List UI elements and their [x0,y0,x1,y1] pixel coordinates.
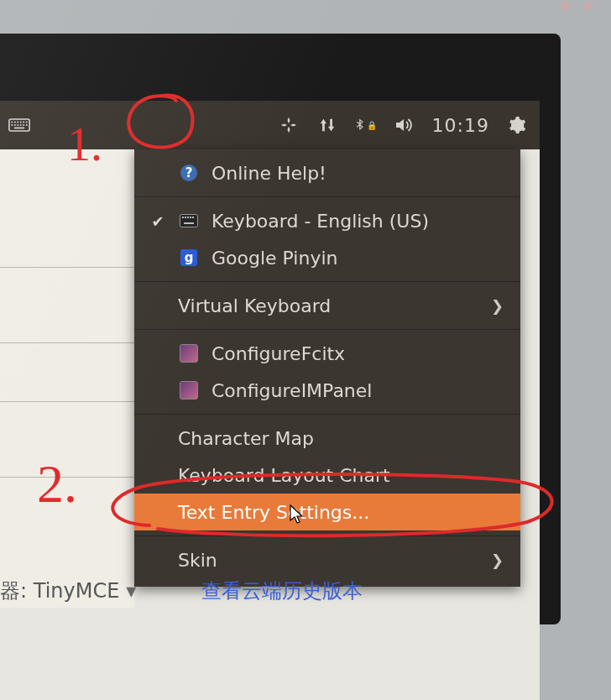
svg-rect-17 [187,217,189,218]
bluetooth-lock-icon: 🔒 [367,121,377,130]
menu-separator [134,281,520,282]
settings-gear-icon[interactable] [506,114,528,136]
menu-label: ConfigureIMPanel [212,380,504,401]
menu-item-keyboard-layout-chart[interactable]: Keyboard Layout Chart [134,457,520,494]
menu-label: Text Entry Settings... [178,502,504,523]
editor-label: 器: TinyMCE ▾ [0,577,136,604]
svg-rect-20 [184,222,194,224]
dropdown-caret-icon[interactable]: ▾ [126,579,136,603]
svg-rect-2 [14,122,16,123]
svg-rect-16 [185,217,186,218]
svg-rect-8 [14,124,16,126]
cloud-history-link[interactable]: 查看云端历史版本 [201,577,363,604]
svg-rect-19 [192,217,194,218]
menu-separator [134,414,520,415]
menu-item-keyboard-english[interactable]: ✔ Keyboard - English (US) [134,202,520,239]
help-icon: ? [178,162,200,184]
svg-rect-4 [20,122,22,123]
menu-item-text-entry-settings[interactable]: Text Entry Settings... [134,494,520,530]
svg-rect-10 [20,124,22,126]
menu-item-configure-impanel[interactable]: ConfigureIMPanel [134,372,520,409]
system-top-bar: 🔒 10:19 [0,101,540,149]
svg-rect-5 [23,122,24,123]
svg-rect-3 [17,122,18,123]
menu-item-skin[interactable]: Skin ❯ [134,541,520,578]
chevron-right-icon: ❯ [491,551,504,569]
menu-item-configure-fcitx[interactable]: ConfigureFcitx [134,335,520,372]
menu-label: Character Map [178,428,504,449]
keyboard-icon [178,210,200,232]
impanel-config-icon [178,379,200,401]
checkmark-icon: ✔ [149,212,166,230]
svg-rect-6 [26,122,28,123]
menu-separator [134,196,520,197]
menu-item-google-pinyin[interactable]: g Google Pinyin [134,239,520,276]
menu-item-online-help[interactable]: ? Online Help! [134,154,520,191]
volume-icon[interactable] [394,114,415,136]
menu-label: Virtual Keyboard [178,295,479,316]
menu-label: Skin [178,550,479,571]
input-method-menu: ? Online Help! ✔ Keyboard - English (US)… [134,149,520,587]
svg-rect-15 [182,217,184,218]
svg-rect-11 [23,124,24,126]
chevron-right-icon: ❯ [491,297,504,315]
document-surface [0,149,134,608]
svg-rect-7 [11,124,13,126]
menu-label: Google Pinyin [212,248,504,269]
svg-rect-9 [17,124,18,126]
editor-text: 器: TinyMCE [0,577,119,604]
input-method-indicator-icon[interactable] [8,114,30,136]
menu-item-character-map[interactable]: Character Map [134,420,520,457]
fcitx-config-icon [178,342,200,364]
svg-rect-12 [26,124,28,126]
spinner-icon[interactable] [278,114,300,136]
network-activity-icon[interactable] [316,114,338,136]
menu-label: Keyboard Layout Chart [178,465,504,486]
menu-label: Online Help! [212,163,504,184]
svg-rect-18 [190,217,191,218]
svg-rect-13 [14,128,24,129]
menu-label: ConfigureFcitx [212,343,504,364]
svg-rect-14 [180,215,198,227]
google-pinyin-icon: g [178,247,200,269]
clock[interactable]: 10:19 [432,115,489,136]
ceiling-lights [561,0,611,34]
menu-label: Keyboard - English (US) [212,211,504,232]
menu-item-virtual-keyboard[interactable]: Virtual Keyboard ❯ [134,287,520,324]
svg-rect-1 [11,122,13,123]
menu-separator [134,535,520,536]
bluetooth-icon[interactable]: 🔒 [355,114,377,136]
menu-separator [134,329,520,330]
